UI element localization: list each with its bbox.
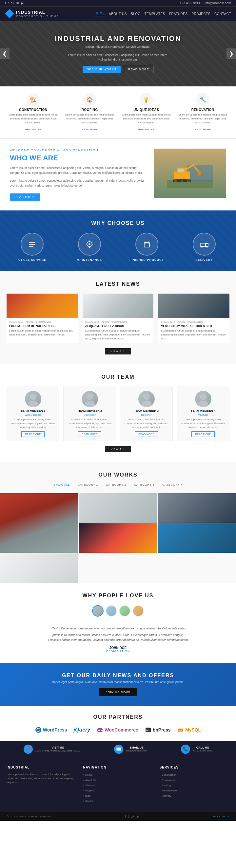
works-tab-4[interactable]: CATEGORY 4: [158, 482, 186, 488]
logo-icon: [5, 9, 14, 18]
see-works-button[interactable]: SEE OUR WORKS: [83, 66, 121, 73]
svg-rect-13: [29, 244, 35, 245]
footer-call-label: CALL US: [193, 746, 212, 749]
footer-nav-blog[interactable]: Blog: [83, 794, 153, 799]
who-label: WELCOME TO INDUSTRIAL AND RENOVATION: [10, 149, 148, 152]
works-tab-all[interactable]: SHOW ALL: [50, 482, 74, 488]
construction-link[interactable]: READ MORE: [25, 128, 41, 131]
news-img-2: [83, 293, 154, 318]
team-read-2-button[interactable]: READ MORE: [78, 431, 101, 437]
footer-nav-projects[interactable]: Projects: [83, 788, 153, 794]
nav-projects[interactable]: PROJECTS: [192, 12, 210, 16]
roofing-link[interactable]: READ MORE: [82, 128, 98, 131]
nav-home[interactable]: HOME: [95, 11, 105, 17]
nav-templates[interactable]: TEMPLATES: [145, 12, 165, 16]
news-card-body-3: 06 AUG 2019 ADMIN 0 COMMENTS VESTIBULUM …: [158, 318, 230, 343]
footer-nav-services[interactable]: Services: [83, 783, 153, 788]
footer-service-maintenance[interactable]: Maintenance: [160, 788, 230, 794]
why-items: A FULL SERVICE MAINTENANCE: [5, 233, 231, 261]
footer-nav-about[interactable]: About Us: [83, 778, 153, 783]
svg-point-33: [143, 394, 150, 400]
footer-col-services: SERVICES Construction Renovation Roofing…: [160, 766, 230, 804]
work-item-6[interactable]: [0, 554, 78, 583]
svg-rect-21: [144, 243, 150, 247]
google-icon[interactable]: g+: [11, 1, 15, 5]
delivery-svg: [199, 239, 209, 249]
why-finished: FINISHED PRODUCT: [120, 233, 174, 261]
footer-bottom: © 2019 Industrial. All Rights Reserved. …: [0, 812, 236, 821]
testi-avatar-3[interactable]: [119, 605, 130, 617]
nav-about[interactable]: ABOUT US: [109, 12, 127, 16]
nav-contact[interactable]: CONTACT: [214, 12, 231, 16]
mysql-label: MySQL: [185, 727, 201, 733]
mysql-icon: SQL: [177, 726, 184, 733]
top-contact-info: +1 123 456 7890 info@domain.com: [175, 1, 231, 5]
partner-woocommerce: Woo WooCommerce: [97, 726, 138, 733]
who-image-inner: [154, 149, 226, 198]
footer-service-roofing[interactable]: Roofing: [160, 783, 230, 788]
team-view-all-button[interactable]: VIEW ALL: [105, 446, 131, 452]
footer-google-icon[interactable]: g+: [131, 815, 134, 818]
news-view-all-button[interactable]: VIEW ALL: [105, 348, 131, 354]
twitter-icon[interactable]: t: [8, 1, 9, 5]
nav-blog[interactable]: BLOG: [131, 12, 140, 16]
service-renovation: 🔧 RENOVATION Etiam porta sem malesuada m…: [175, 93, 231, 131]
work-item-4[interactable]: [79, 523, 157, 553]
maintenance-icon: [78, 233, 101, 256]
testi-avatar-1[interactable]: [92, 605, 104, 617]
top-bar: f t g+ in ▶ +1 123 456 7890 info@domain.…: [0, 0, 236, 6]
youtube-icon[interactable]: ▶: [21, 1, 24, 5]
team-read-1-button[interactable]: READ MORE: [21, 431, 44, 437]
work-item-3[interactable]: [158, 493, 236, 523]
back-to-top-button[interactable]: Back to Top ▲: [212, 815, 230, 818]
footer-email-value: info@domain.com: [126, 749, 147, 752]
ideas-link[interactable]: READ MORE: [138, 128, 154, 131]
facebook-icon[interactable]: f: [5, 1, 6, 5]
footer-service-renovation[interactable]: Renovation: [160, 778, 230, 783]
footer-visit-box: 📍 VISIT US 1234 Street Address, City, St…: [24, 745, 81, 754]
news-date-2: 06 AUG 2019: [85, 321, 99, 323]
footer-service-delivery[interactable]: Delivery: [160, 794, 230, 799]
logo-text: INDUSTRIAL: [16, 10, 59, 15]
team-desc-4: Lorem ipsum dolor facility amet, consect…: [180, 417, 227, 429]
footer-twitter-icon[interactable]: t: [128, 815, 129, 818]
works-tab-2[interactable]: CATEGORY 2: [102, 482, 130, 488]
works-tab-1[interactable]: CATEGORY 1: [74, 482, 102, 488]
team-name-4: TEAM MEMBER 4: [180, 409, 227, 412]
ideas-icon: 💡: [140, 93, 153, 106]
news-card-2: 06 AUG 2019 ADMIN 0 COMMENTS ALIQUAM ET …: [83, 293, 154, 343]
renovation-title: RENOVATION: [177, 108, 229, 112]
why-section: WHY CHOOSE US A FULL SERVICE: [0, 211, 236, 271]
footer-nav-home[interactable]: Home: [83, 772, 153, 778]
footer-social-icons: f t g+ in: [125, 815, 139, 818]
testi-avatar-2[interactable]: [106, 605, 117, 617]
work-item-1[interactable]: [0, 493, 78, 553]
work-item-2[interactable]: [79, 493, 157, 523]
woocommerce-label: WooCommerce: [105, 727, 138, 733]
team-section: OUR TEAM TEAM MEMBER 1 Web Designer Lore…: [0, 364, 236, 462]
testi-avatar-4[interactable]: [132, 605, 144, 617]
phone-icon: 📞: [181, 745, 190, 754]
nav-features[interactable]: FEATURES: [169, 12, 188, 16]
team-read-3-button[interactable]: READ MORE: [135, 431, 158, 437]
footer-email-text: EMAIL US info@domain.com: [126, 746, 147, 752]
hero-prev-arrow[interactable]: ❮: [0, 49, 9, 59]
who-read-more-button[interactable]: READ MORE: [10, 193, 40, 200]
team-avatar-2: [82, 391, 98, 407]
renovation-link[interactable]: READ MORE: [195, 128, 211, 131]
finished-label: FINISHED PRODUCT: [120, 258, 174, 261]
work-item-5[interactable]: [158, 523, 236, 553]
partner-wordpress: WordPress: [35, 726, 67, 733]
footer-facebook-icon[interactable]: f: [125, 815, 126, 818]
works-tab-3[interactable]: CATEGORY 3: [130, 482, 158, 488]
read-more-hero-button[interactable]: READ MORE: [124, 66, 153, 73]
newsletter-button[interactable]: JOIN US NOW!: [99, 688, 137, 696]
team-read-4-button[interactable]: READ MORE: [191, 431, 214, 437]
footer-linkedin-icon[interactable]: in: [136, 815, 139, 818]
linkedin-icon[interactable]: in: [17, 1, 19, 5]
newsletter-section: GET OUR DAILY NEWS AND OFFERS Donec eget…: [0, 663, 236, 706]
footer-service-construction[interactable]: Construction: [160, 772, 230, 778]
hero-next-arrow[interactable]: ❯: [227, 49, 236, 59]
svg-point-27: [201, 246, 203, 248]
footer-nav-contact[interactable]: Contact: [83, 799, 153, 804]
